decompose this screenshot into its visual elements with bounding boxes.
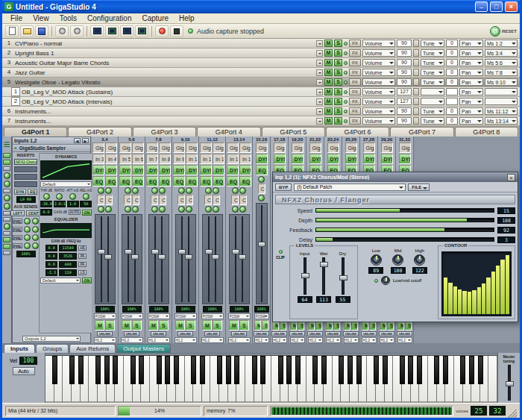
strip-solo-button[interactable]: S	[159, 320, 169, 330]
band-type-button[interactable]: PA	[78, 254, 87, 259]
center-button[interactable]: C	[204, 195, 212, 205]
strip-knob[interactable]	[205, 206, 212, 213]
mute-button[interactable]: M	[324, 88, 333, 95]
strip-menu-icon[interactable]	[3, 138, 10, 151]
aux-send-knob[interactable]	[32, 226, 39, 233]
strip-eq-button[interactable]: EQ	[92, 176, 104, 187]
posw-dropdown[interactable]: POSW	[254, 313, 269, 319]
center-button[interactable]: C	[213, 195, 220, 205]
view-mixer-button[interactable]	[90, 25, 104, 37]
strip-output-dropdown[interactable]: H1,2	[397, 337, 412, 343]
mute-button[interactable]: M	[324, 40, 333, 47]
giga-source-dropdown[interactable]: Giga	[119, 142, 131, 153]
strip-mute-button[interactable]: M	[122, 320, 131, 330]
value-stepper[interactable]	[413, 98, 419, 105]
bypass-button[interactable]: BYP	[275, 184, 292, 191]
pan-dropdown[interactable]: Pan	[459, 98, 483, 105]
mini-knob[interactable]	[4, 195, 10, 201]
menu-item[interactable]: Tools	[54, 14, 82, 22]
unlink-button[interactable]: UNLINK	[177, 331, 193, 336]
dynamics-on-button[interactable]: ON	[82, 210, 92, 216]
unlink-button[interactable]: UNLINK	[397, 331, 412, 336]
fader-track[interactable]	[134, 216, 136, 302]
center-button[interactable]: C	[231, 195, 239, 205]
giga-source-dropdown[interactable]: Giga	[132, 142, 144, 153]
volume-dropdown[interactable]: Volume	[362, 107, 395, 115]
mini-mute-button[interactable]	[3, 237, 10, 242]
value-stepper[interactable]	[413, 107, 419, 115]
fader-cap[interactable]	[131, 254, 139, 260]
black-key[interactable]	[165, 356, 170, 384]
mute-button[interactable]: M	[324, 78, 333, 86]
insert-slot-4[interactable]	[14, 181, 37, 187]
black-key[interactable]	[52, 356, 57, 384]
dyn-button[interactable]: DYN	[14, 189, 27, 195]
tune-dropdown[interactable]: Tune	[421, 107, 444, 115]
giga-source-dropdown[interactable]: Giga	[146, 142, 158, 153]
center-button[interactable]: C	[151, 195, 158, 205]
port-routing-dropdown[interactable]: Ms 5:6	[485, 59, 518, 66]
mini-solo-button[interactable]	[3, 244, 10, 249]
pre-button[interactable]: PRE	[13, 227, 22, 232]
posw-dropdown[interactable]: POSW	[94, 313, 116, 319]
midi-in-button[interactable]	[55, 25, 69, 37]
strip-output-dropdown[interactable]: H1,2	[201, 337, 224, 343]
value-stepper[interactable]	[413, 69, 419, 76]
center-button[interactable]: C	[177, 195, 185, 205]
strip-dyn-button[interactable]: DYN	[309, 154, 321, 164]
depth-slider[interactable]	[315, 218, 494, 222]
maximize-button[interactable]	[490, 1, 503, 12]
giga-source-dropdown[interactable]: Giga	[239, 142, 251, 153]
tune-dropdown[interactable]: Tune	[421, 69, 444, 76]
unlink-button[interactable]: UNLINK	[271, 331, 287, 336]
dry-fader[interactable]	[342, 257, 345, 295]
black-key[interactable]	[408, 356, 413, 384]
volume-value[interactable]: 90	[397, 59, 412, 66]
posw-dropdown[interactable]: POSW	[174, 313, 197, 319]
strip-solo-button[interactable]: S	[239, 320, 249, 330]
channel-name-field[interactable]: Jazz Guitar	[15, 69, 315, 76]
port-routing-dropdown[interactable]	[485, 88, 518, 95]
input-select[interactable]: In 10	[186, 154, 198, 164]
strip-knob[interactable]	[125, 187, 131, 194]
strip-knob[interactable]	[159, 206, 166, 213]
view-editor-button[interactable]	[105, 25, 119, 37]
menu-item[interactable]: File	[5, 14, 28, 22]
channel-row[interactable]: 3 Acoustic Guitar Major Barre Chords M S…	[2, 58, 520, 68]
channel-row[interactable]: 1 CVPiano - normal M S FX Volume 90 Tune…	[2, 39, 520, 48]
center-button[interactable]: C	[186, 195, 193, 205]
channel-name-field[interactable]: Upright Bass 1	[15, 50, 315, 57]
posw-dropdown[interactable]: POSW	[201, 313, 224, 319]
fx-button[interactable]: FX	[349, 69, 361, 76]
port-routing-dropdown[interactable]: Ms 1:2	[485, 40, 518, 47]
unlink-button[interactable]: UNLINK	[254, 331, 269, 336]
solo-button[interactable]: S	[334, 98, 342, 105]
fx-button[interactable]: FX	[349, 98, 361, 105]
strip-output-dropdown[interactable]: H1,2	[272, 337, 287, 343]
black-key[interactable]	[400, 356, 405, 384]
strip-knob[interactable]	[186, 187, 192, 194]
strip-knob[interactable]	[239, 206, 246, 213]
sampler-titlebar[interactable]: GigaStudio Sampler	[13, 145, 90, 152]
volume-dropdown[interactable]: Volume	[362, 69, 395, 76]
channel-name-field[interactable]: Instruments...	[15, 108, 315, 115]
unlink-button[interactable]: UNLINK	[343, 331, 359, 336]
black-key[interactable]	[174, 356, 179, 384]
fader-slot[interactable]	[229, 214, 250, 304]
view-keyboard-button[interactable]	[120, 25, 133, 37]
mini-button[interactable]	[3, 211, 10, 216]
strip-output-dropdown[interactable]: H1,2	[380, 337, 394, 343]
insert-slot-3[interactable]	[14, 174, 37, 180]
tune-dropdown[interactable]: Tune	[421, 78, 444, 86]
midi-out-button[interactable]	[70, 25, 84, 37]
open-file-button[interactable]	[20, 25, 34, 37]
master-tuning-slider[interactable]	[508, 365, 511, 401]
mute-button[interactable]: M	[324, 49, 333, 57]
strip-eq-button[interactable]: EQ	[105, 176, 117, 187]
instrument-dropdown-arrow[interactable]	[316, 118, 323, 125]
strip-eq-button[interactable]: EQ	[159, 176, 171, 187]
strip-eq-button[interactable]: EQ	[173, 176, 185, 187]
volume-value[interactable]: 90	[397, 107, 412, 115]
black-key[interactable]	[312, 356, 318, 384]
instrument-dropdown-arrow[interactable]	[316, 60, 323, 66]
